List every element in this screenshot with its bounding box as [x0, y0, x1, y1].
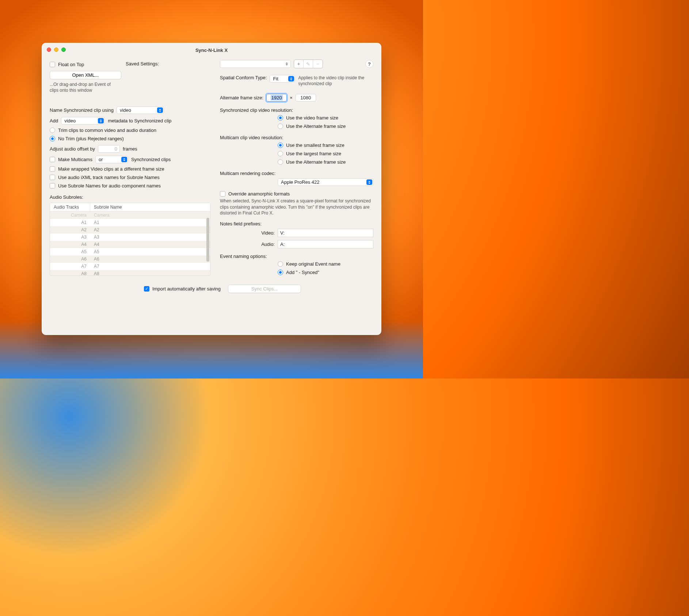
float-on-top-label: Float on Top: [58, 62, 84, 67]
add-metadata-value: video: [64, 118, 76, 123]
multicam-mode-value: or: [99, 157, 103, 162]
override-anamorphic-label: Override anamorphic formats: [228, 191, 290, 197]
table-cell: A6: [90, 255, 103, 263]
name-sync-select[interactable]: video: [117, 106, 164, 114]
open-xml-label: Open XML...: [72, 72, 99, 78]
notes-audio-label: Audio:: [220, 242, 275, 247]
add-label: Add: [50, 118, 58, 123]
help-button[interactable]: ?: [365, 60, 373, 68]
table-cell: A4: [90, 241, 103, 248]
titlebar: Sync-N-Link X: [42, 43, 381, 57]
name-sync-value: video: [120, 107, 131, 113]
sync-res-video-label: Use the video frame size: [286, 115, 338, 121]
chevron-updown-icon: [366, 179, 372, 185]
wrapped-video-checkbox[interactable]: [50, 166, 55, 172]
saved-settings-seg: ＋ ✎ −: [294, 60, 323, 68]
table-cell: A2: [90, 226, 103, 233]
alt-width-input[interactable]: 1920: [266, 94, 287, 102]
table-row[interactable]: A4A4: [50, 241, 210, 248]
ixml-checkbox[interactable]: [50, 175, 55, 180]
make-multicams-label: Make Multicams: [58, 157, 92, 162]
table-row[interactable]: A3A3: [50, 233, 210, 241]
multi-res-alt-radio[interactable]: [278, 159, 283, 165]
subrole-component-label: Use Subrole Names for audio component na…: [58, 183, 161, 189]
saved-settings-select[interactable]: [220, 60, 291, 68]
multicam-suffix: Synchronized clips: [131, 157, 171, 162]
table-cell: A1: [90, 219, 103, 226]
codec-select[interactable]: Apple ProRes 422: [278, 178, 373, 186]
float-on-top-checkbox[interactable]: [50, 62, 55, 67]
multicam-mode-select[interactable]: or: [95, 156, 128, 163]
alt-height-input[interactable]: 1080: [296, 94, 316, 102]
table-row[interactable]: A2A2: [50, 226, 210, 233]
remove-preset-button[interactable]: −: [313, 60, 323, 68]
subrole-component-checkbox[interactable]: [50, 183, 55, 189]
table-cell: A3: [50, 233, 90, 241]
adjust-offset-input[interactable]: 0: [98, 145, 120, 153]
chevron-updown-icon: [98, 118, 104, 123]
sync-res-alt-radio[interactable]: [278, 123, 283, 129]
override-anamorphic-checkbox[interactable]: [220, 191, 225, 197]
override-hint: When selected, Sync-N-Link X creates a s…: [220, 198, 373, 216]
table-header-tracks[interactable]: Audio Tracks: [50, 203, 90, 211]
ixml-label: Use audio iXML track names for Subrole N…: [58, 175, 160, 180]
multi-res-largest-radio[interactable]: [278, 151, 283, 156]
table-row[interactable]: A7A7: [50, 263, 210, 270]
multi-res-smallest-radio[interactable]: [278, 142, 283, 148]
codec-label: Multicam rendering codec:: [220, 171, 373, 176]
table-cell: A5: [90, 248, 103, 255]
minimize-icon[interactable]: [54, 47, 58, 52]
table-cell: A1: [50, 219, 90, 226]
notes-video-input[interactable]: V:: [278, 229, 373, 237]
table-scrollbar[interactable]: [206, 218, 209, 273]
add-suffix: metadata to Synchronized clip: [108, 118, 171, 123]
table-row[interactable]: A8A8: [50, 270, 210, 276]
sync-res-alt-label: Use the Alternate frame size: [286, 123, 346, 129]
app-window: Sync-N-Link X Float on Top Open XML... .…: [42, 43, 381, 335]
spatial-select[interactable]: Fit: [270, 75, 295, 83]
zoom-icon[interactable]: [61, 47, 66, 52]
event-naming-label: Event naming options:: [220, 254, 373, 259]
import-auto-checkbox[interactable]: [144, 286, 149, 292]
open-xml-button[interactable]: Open XML...: [50, 71, 121, 79]
multi-res-label: Multicam clip video resolution:: [220, 135, 373, 140]
add-preset-button[interactable]: ＋: [294, 60, 304, 68]
add-metadata-select[interactable]: video: [61, 117, 105, 125]
make-multicams-checkbox[interactable]: [50, 157, 55, 162]
adjust-offset-label: Adjust audio offset by: [50, 146, 95, 152]
audio-subroles-label: Audio Subroles:: [50, 194, 210, 200]
edit-preset-button[interactable]: ✎: [304, 60, 313, 68]
window-title: Sync-N-Link X: [195, 47, 228, 53]
alt-frame-label: Alternate frame size:: [220, 95, 263, 100]
help-icon: ?: [368, 61, 371, 67]
table-header-subrole[interactable]: Subrole Name: [90, 203, 126, 211]
codec-value: Apple ProRes 422: [281, 179, 320, 185]
drag-hint: ...Or drag-and-drop an Event of clips on…: [50, 81, 119, 93]
no-trim-label: No Trim (plus Rejected ranges): [58, 136, 124, 141]
adjust-offset-suffix: frames: [123, 146, 137, 152]
event-synced-radio[interactable]: [278, 270, 283, 275]
notes-audio-input[interactable]: A:: [278, 240, 373, 248]
table-row[interactable]: A6A6: [50, 255, 210, 263]
event-keep-radio[interactable]: [278, 261, 283, 267]
table-cell: A4: [50, 241, 90, 248]
saved-settings-label: Saved Settings:: [126, 61, 159, 66]
chevron-updown-icon: [121, 157, 127, 162]
sync-res-video-radio[interactable]: [278, 115, 283, 121]
minus-icon: −: [316, 61, 319, 67]
table-cell: A2: [50, 226, 90, 233]
multi-res-largest-label: Use the largest frame size: [286, 151, 341, 156]
table-cell: Camera: [90, 212, 113, 219]
trim-common-radio[interactable]: [50, 128, 55, 133]
table-cell: A3: [90, 233, 103, 241]
no-trim-radio[interactable]: [50, 136, 55, 141]
table-cell: A7: [90, 263, 103, 270]
sync-clips-button[interactable]: Sync Clips...: [228, 285, 301, 293]
chevron-updown-icon: [157, 107, 163, 113]
table-cell: Camera: [50, 212, 90, 219]
table-row[interactable]: A5A5: [50, 248, 210, 255]
table-row[interactable]: A1A1: [50, 219, 210, 226]
chevron-updown-icon: [288, 76, 294, 81]
table-cell: A8: [90, 270, 103, 276]
close-icon[interactable]: [47, 47, 51, 52]
